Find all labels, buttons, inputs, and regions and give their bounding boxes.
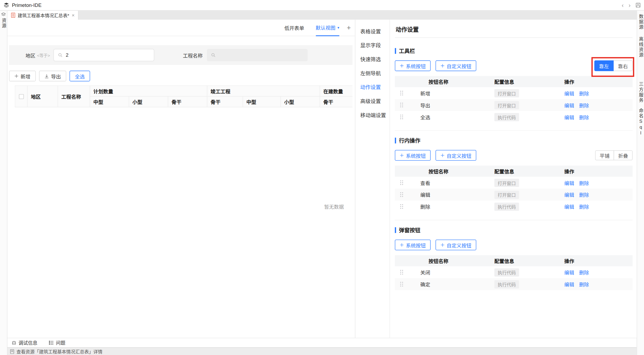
edit-link[interactable]: 编辑 <box>564 180 574 186</box>
layout-collapse-button[interactable]: 折叠 <box>614 150 633 160</box>
filter-region-operator[interactable]: <等于> <box>37 52 50 58</box>
delete-link[interactable]: 删除 <box>579 192 589 198</box>
select-all-checkbox[interactable] <box>19 94 24 99</box>
subcolumn-header[interactable]: 中型 <box>90 96 129 107</box>
settings-nav-table[interactable]: 表格设置 <box>355 25 390 39</box>
subcolumn-header[interactable]: 骨干 <box>207 96 243 107</box>
settings-nav-mobile[interactable]: 移动端设置 <box>355 108 390 122</box>
column-header-project[interactable]: 工程名称 <box>58 86 90 107</box>
rail-item-third-party-services[interactable]: 三方服务 <box>638 82 643 103</box>
select-all-button[interactable]: 全选 <box>70 71 90 81</box>
history-back-icon[interactable]: ‹ <box>622 2 624 8</box>
form-icon <box>11 13 15 18</box>
section-dialog-buttons-title: 弹窗按钮 <box>395 226 633 234</box>
config-badge: 执行代码 <box>494 268 519 276</box>
delete-link[interactable]: 删除 <box>579 103 589 108</box>
history-forward-icon[interactable]: › <box>629 2 630 8</box>
delete-link[interactable]: 删除 <box>579 91 589 97</box>
settings-nav-fields[interactable]: 显示字段 <box>355 39 390 53</box>
align-right-button[interactable]: 靠右 <box>613 60 633 71</box>
problems-item[interactable]: 问题 <box>49 339 65 346</box>
view-tab-default[interactable]: 默认视图 ▾ <box>316 20 339 36</box>
delete-link[interactable]: 删除 <box>579 115 589 120</box>
drag-handle-icon[interactable] <box>395 114 412 120</box>
app-window: Primeton-IDE ‹ › 资源 建筑工程基本情况汇总表* × <box>0 0 644 355</box>
delete-link[interactable]: 删除 <box>579 180 589 186</box>
custom-button-add[interactable]: 自定义按钮 <box>435 150 476 161</box>
edit-link[interactable]: 编辑 <box>564 282 574 288</box>
drag-handle-icon[interactable] <box>395 282 412 287</box>
debug-info-item[interactable]: 调试信息 <box>11 339 37 346</box>
window-title: Primeton-IDE <box>12 2 42 8</box>
drag-handle-icon[interactable] <box>395 192 412 197</box>
edit-link[interactable]: 编辑 <box>564 115 574 120</box>
drag-handle-icon[interactable] <box>395 270 412 275</box>
subcolumn-header[interactable]: 小型 <box>281 96 320 107</box>
section-toolbar-title: 工具栏 <box>395 47 633 55</box>
rail-item-label: 资源 <box>1 18 6 29</box>
edit-link[interactable]: 编辑 <box>564 204 574 210</box>
rail-item-named-sql[interactable]: 命名Sql <box>638 108 643 136</box>
system-button-add[interactable]: 系统按钮 <box>395 60 431 71</box>
inline-buttons-table: 按钮名称 配置信息 操作 查看 打开窗口 编辑删除 <box>395 166 633 213</box>
save-icon[interactable] <box>636 2 641 8</box>
subcolumn-header[interactable]: 骨干 <box>320 96 352 107</box>
system-button-add[interactable]: 系统按钮 <box>395 150 431 161</box>
drag-handle-icon[interactable] <box>395 102 412 108</box>
export-button[interactable]: 导出 <box>39 71 66 81</box>
settings-nav-actions[interactable]: 动作设置 <box>355 81 390 95</box>
edit-link[interactable]: 编辑 <box>564 91 574 97</box>
delete-link[interactable]: 删除 <box>579 282 589 288</box>
column-group-completed: 竣工工程 <box>207 86 320 96</box>
project-search-field[interactable] <box>207 49 308 61</box>
rail-item-label: 命名Sql <box>638 108 643 136</box>
plus-icon <box>14 74 19 78</box>
config-badge: 打开窗口 <box>494 178 519 187</box>
section-dialog-buttons: 弹窗按钮 系统按钮 自定义按钮 <box>395 220 633 297</box>
rail-item-label: 数据源 <box>638 14 643 30</box>
rail-item-offline-resources[interactable]: 离线资源 <box>638 37 643 58</box>
config-badge: 打开窗口 <box>494 190 519 199</box>
config-badge: 执行代码 <box>494 202 519 211</box>
column-header-region[interactable]: 地区 <box>27 86 58 107</box>
rail-item-resources[interactable]: 资源 <box>1 12 6 29</box>
drag-handle-icon[interactable] <box>395 90 412 96</box>
add-button[interactable]: 新增 <box>9 71 36 81</box>
section-inline-ops-title: 行内操作 <box>395 137 633 144</box>
rail-item-datasource[interactable]: 数据源 <box>638 14 643 30</box>
resources-icon <box>1 12 6 17</box>
edit-link[interactable]: 编辑 <box>564 103 574 108</box>
delete-link[interactable]: 删除 <box>579 204 589 210</box>
drag-handle-icon[interactable] <box>395 180 412 185</box>
filter-region-label: 地区 <box>25 52 35 59</box>
settings-nav-advanced[interactable]: 高级设置 <box>355 95 390 109</box>
settings-nav-left-nav[interactable]: 左侧导航 <box>355 67 390 81</box>
settings-nav-quick-filter[interactable]: 快速筛选 <box>355 52 390 67</box>
rail-item-label: 离线资源 <box>638 37 643 58</box>
align-left-button[interactable]: 靠左 <box>594 60 614 71</box>
drag-handle-icon[interactable] <box>395 204 412 209</box>
status-footer: 查看资源「建筑工程基本情况汇总表」详情 <box>7 347 637 355</box>
edit-link[interactable]: 编辑 <box>564 270 574 276</box>
close-icon[interactable]: × <box>72 13 75 18</box>
subcolumn-header[interactable]: 骨干 <box>168 96 207 107</box>
tab-report[interactable]: 建筑工程基本情况汇总表* × <box>7 11 79 20</box>
system-button-add[interactable]: 系统按钮 <box>395 240 431 250</box>
layout-tile-button[interactable]: 平铺 <box>595 150 614 160</box>
custom-button-add[interactable]: 自定义按钮 <box>435 60 476 71</box>
section-inline-ops: 行内操作 系统按钮 自定义按钮 <box>395 131 633 220</box>
region-search-field[interactable] <box>53 49 154 61</box>
filter-project: 工程名称 <box>183 49 308 61</box>
delete-link[interactable]: 删除 <box>579 270 589 276</box>
custom-button-add[interactable]: 自定义按钮 <box>435 240 476 250</box>
region-search-input[interactable] <box>65 52 150 58</box>
table-row: 新增 打开窗口 编辑删除 <box>395 87 633 99</box>
edit-link[interactable]: 编辑 <box>564 192 574 198</box>
project-search-input[interactable] <box>218 52 303 58</box>
download-icon <box>44 74 49 78</box>
main-area: 低开表单 默认视图 ▾ + 地区 <等于> <box>7 20 355 338</box>
subcolumn-header[interactable]: 中型 <box>243 96 281 107</box>
add-view-button[interactable]: + <box>347 24 351 31</box>
subcolumn-header[interactable]: 小型 <box>129 96 168 107</box>
table-row: 确定 执行代码 编辑删除 <box>395 278 633 290</box>
